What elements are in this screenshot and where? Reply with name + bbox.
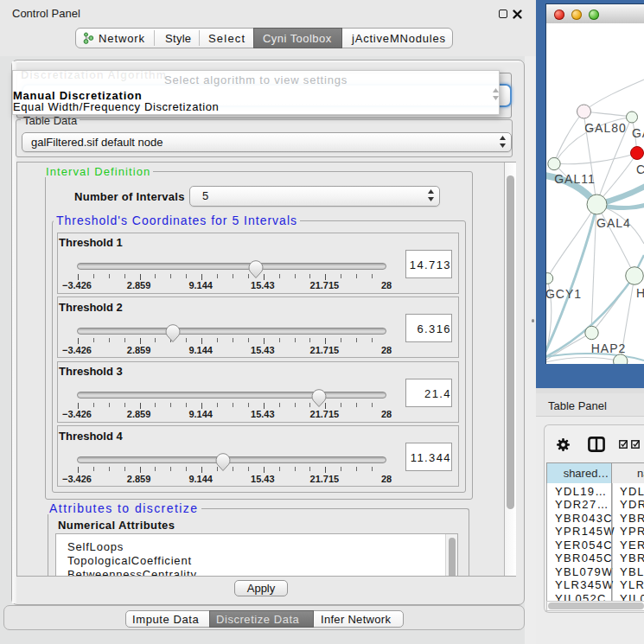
svg-text:GA: GA [632, 126, 644, 140]
svg-text:C: C [636, 163, 644, 176]
svg-text:GCY1: GCY1 [546, 287, 582, 301]
svg-text:HAP2: HAP2 [591, 341, 627, 355]
svg-text:GAL4: GAL4 [596, 216, 631, 230]
svg-text:GAL80: GAL80 [584, 121, 627, 135]
svg-text:H: H [636, 286, 644, 300]
svg-text:GAL11: GAL11 [554, 172, 596, 186]
